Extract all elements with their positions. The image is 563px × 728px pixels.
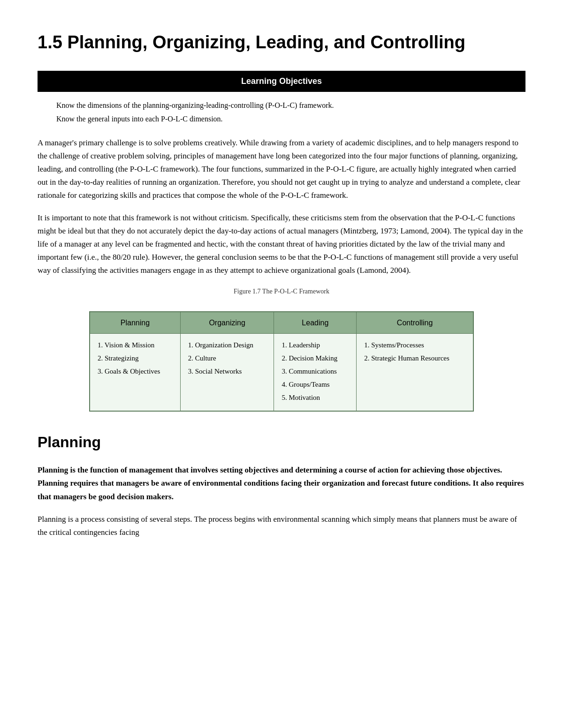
controlling-cell: 1. Systems/Processes 2. Strategic Human … xyxy=(357,334,473,412)
polc-table: Planning Organizing Leading Controlling … xyxy=(89,311,474,412)
learning-objectives-box: Learning Objectives xyxy=(38,71,525,92)
paragraph-1: A manager's primary challenge is to solv… xyxy=(38,136,525,202)
lo-item-1: Know the dimensions of the planning-orga… xyxy=(56,99,525,112)
planning-section-heading: Planning xyxy=(38,430,525,454)
planning-list: 1. Vision & Mission 2. Strategizing 3. G… xyxy=(98,339,173,377)
controlling-item-1: 1. Systems/Processes xyxy=(364,339,465,351)
polc-table-wrapper: Planning Organizing Leading Controlling … xyxy=(38,311,525,412)
leading-list: 1. Leadership 2. Decision Making 3. Comm… xyxy=(282,339,349,403)
planning-bold-paragraph: Planning is the function of management t… xyxy=(38,464,525,503)
leading-cell: 1. Leadership 2. Decision Making 3. Comm… xyxy=(274,334,357,412)
col-header-controlling: Controlling xyxy=(357,312,473,334)
organizing-list: 1. Organization Design 2. Culture 3. Soc… xyxy=(188,339,266,377)
page-title: 1.5 Planning, Organizing, Leading, and C… xyxy=(38,28,525,57)
leading-item-2: 2. Decision Making xyxy=(282,353,349,364)
leading-item-1: 1. Leadership xyxy=(282,339,349,351)
organizing-cell: 1. Organization Design 2. Culture 3. Soc… xyxy=(180,334,274,412)
col-header-leading: Leading xyxy=(274,312,357,334)
planning-body-paragraph: Planning is a process consisting of seve… xyxy=(38,513,525,539)
leading-item-3: 3. Communications xyxy=(282,366,349,377)
paragraph-2: It is important to note that this framew… xyxy=(38,211,525,277)
planning-cell: 1. Vision & Mission 2. Strategizing 3. G… xyxy=(90,334,180,412)
col-header-organizing: Organizing xyxy=(180,312,274,334)
lo-item-2: Know the general inputs into each P-O-L-… xyxy=(56,113,525,125)
learning-objectives-title: Learning Objectives xyxy=(241,76,322,86)
col-header-planning: Planning xyxy=(90,312,180,334)
learning-objectives-list: Know the dimensions of the planning-orga… xyxy=(56,99,525,125)
planning-item-3: 3. Goals & Objectives xyxy=(98,366,173,377)
organizing-item-3: 3. Social Networks xyxy=(188,366,266,377)
planning-item-1: 1. Vision & Mission xyxy=(98,339,173,351)
planning-item-2: 2. Strategizing xyxy=(98,353,173,364)
leading-item-4: 4. Groups/Teams xyxy=(282,379,349,390)
leading-item-5: 5. Motivation xyxy=(282,392,349,403)
controlling-item-2: 2. Strategic Human Resources xyxy=(364,353,465,364)
controlling-list: 1. Systems/Processes 2. Strategic Human … xyxy=(364,339,465,364)
organizing-item-2: 2. Culture xyxy=(188,353,266,364)
organizing-item-1: 1. Organization Design xyxy=(188,339,266,351)
figure-caption: Figure 1.7 The P-O-L-C Framework xyxy=(38,286,525,297)
